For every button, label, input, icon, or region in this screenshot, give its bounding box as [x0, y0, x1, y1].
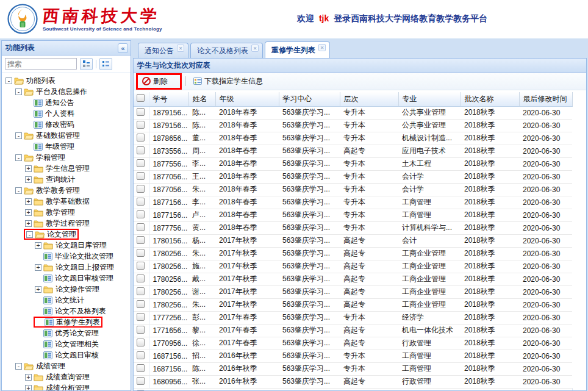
tree-node-label[interactable]: 论文统计	[55, 295, 84, 306]
select-all-checkbox[interactable]	[137, 94, 145, 102]
tree-node[interactable]: 论文统计	[2, 295, 131, 306]
table-row[interactable]: 1878656...董...2018年春季563肇庆学习...专升本机械设计制造…	[134, 132, 572, 145]
row-checkbox[interactable]	[137, 236, 145, 244]
tree-node[interactable]: -成绩管理	[2, 361, 131, 371]
row-checkbox[interactable]	[137, 121, 145, 129]
tree-node-label[interactable]: 平台及信息操作	[36, 87, 87, 97]
tree-expand-icon[interactable]: +	[35, 242, 41, 249]
tree-node-label[interactable]: 教学过程管理	[46, 218, 90, 229]
tree-node-label[interactable]: 功能列表	[26, 76, 56, 86]
column-header[interactable]: 最后修改时间	[519, 92, 572, 106]
tree-node-label[interactable]: 学生信息管理	[46, 163, 90, 174]
row-checkbox[interactable]	[137, 339, 145, 346]
table-row[interactable]: 1687156...陈...2016年秋季563肇庆学习...专升本工商管理20…	[134, 362, 572, 375]
tree-collapse-icon[interactable]: -	[15, 187, 22, 194]
tab-重修学生列表[interactable]: 重修学生列表✕	[265, 41, 330, 58]
table-row[interactable]: 1780256...施...2017年秋季563肇庆学习...高起专工商企业管理…	[134, 260, 572, 273]
tree-node-label[interactable]: 论文操作管理	[56, 284, 99, 295]
tree-node[interactable]: 论文管理相关	[2, 339, 131, 350]
row-checkbox[interactable]	[137, 300, 145, 308]
row-checkbox[interactable]	[137, 326, 145, 334]
tree-collapse-icon[interactable]: -	[26, 231, 33, 238]
row-checkbox[interactable]	[137, 249, 145, 257]
tree-node[interactable]: -基础数据管理	[2, 130, 131, 141]
tree-node[interactable]: 毕业论文批次管理	[2, 251, 131, 262]
row-checkbox[interactable]	[137, 223, 145, 231]
tree-collapse-icon[interactable]: -	[5, 77, 12, 84]
collapse-all-button[interactable]	[99, 58, 112, 70]
tab-close-icon[interactable]: ✕	[177, 45, 184, 52]
tree-node[interactable]: 修改密码	[2, 119, 131, 130]
column-header[interactable]: 学号	[149, 92, 188, 106]
row-checkbox[interactable]	[137, 262, 145, 270]
tree-node[interactable]: 个人资料	[2, 108, 131, 119]
sidebar-collapse-button[interactable]: «	[118, 43, 128, 53]
tree-collapse-icon[interactable]: -	[15, 363, 22, 370]
tree-node-label[interactable]: 基础数据管理	[36, 131, 80, 141]
tree-node[interactable]: -教学教务管理	[2, 185, 131, 196]
tree-node-label[interactable]: 教学管理	[46, 207, 75, 218]
tree-node[interactable]: -论文管理	[2, 229, 131, 240]
tree-node-label[interactable]: 论文管理相关	[55, 339, 99, 350]
tree-node-label[interactable]: 论文题目审核	[55, 350, 99, 361]
tree-collapse-icon[interactable]: -	[15, 88, 22, 95]
row-checkbox[interactable]	[137, 364, 145, 372]
tree-node[interactable]: +教学基础数据	[2, 196, 131, 207]
table-row[interactable]: 1780256...朱...2017年秋季563肇庆学习...高起专工商企业管理…	[134, 298, 572, 311]
tree-expand-icon[interactable]: +	[25, 385, 32, 391]
tree-node[interactable]: -功能列表	[2, 75, 131, 86]
tree-node[interactable]: +论文题目库管理	[2, 240, 131, 251]
tree-node-label[interactable]: 论文题目库管理	[56, 240, 107, 251]
table-row[interactable]: 1777256...彭...2017年春季563肇庆学习...专升本经济学201…	[134, 311, 572, 324]
table-row[interactable]: 1771656...黎...2017年春季563肇庆学习...高起专机电一体化技…	[134, 324, 572, 337]
tree-node-label[interactable]: 重修学生列表	[56, 317, 100, 328]
tree-node-label[interactable]: 修改密码	[45, 120, 74, 130]
row-checkbox[interactable]	[137, 198, 145, 206]
tree-node[interactable]: +成绩分析管理	[2, 382, 131, 391]
tree-node[interactable]: +成绩查询管理	[2, 371, 131, 382]
tree-node-label[interactable]: 教学基础数据	[46, 196, 90, 207]
tree-node[interactable]: -平台及信息操作	[2, 86, 131, 97]
row-checkbox[interactable]	[137, 351, 145, 359]
tree-node[interactable]: 通知公告	[2, 97, 131, 108]
search-input[interactable]	[5, 58, 77, 70]
tree-expand-icon[interactable]: +	[25, 176, 32, 183]
row-checkbox[interactable]	[137, 146, 145, 154]
tree-node-label[interactable]: 成绩分析管理	[46, 383, 90, 391]
tree-node[interactable]: 重修学生列表	[2, 317, 131, 328]
table-row[interactable]: 1879156...陈...2018年春季563肇庆学习...专升本公共事业管理…	[134, 106, 572, 119]
tree-node[interactable]: 论文不及格列表	[2, 306, 131, 317]
tree-node-label[interactable]: 成绩管理	[36, 361, 65, 371]
tree-collapse-icon[interactable]: -	[15, 132, 22, 139]
table-row[interactable]: 1877556...李...2018年春季563肇庆学习...专升本土木工程20…	[134, 157, 572, 170]
table-row[interactable]: 1780256...朱...2017年秋季563肇庆学习...高起专工商企业管理…	[134, 247, 572, 260]
tree-expand-icon[interactable]: +	[25, 209, 32, 216]
table-row[interactable]: 1770956...徐...2017年春季563肇庆学习...高起专行政管理20…	[134, 337, 572, 350]
tree-node[interactable]: +学生信息管理	[2, 163, 131, 174]
delete-button[interactable]: 删除	[138, 74, 171, 88]
tree-expand-icon[interactable]: +	[25, 220, 32, 227]
tree-node[interactable]: +教学管理	[2, 207, 131, 218]
tree-node[interactable]: +查询统计	[2, 174, 131, 185]
table-row[interactable]: 1780256...戴...2017年秋季563肇庆学习...高起专工商企业管理…	[134, 273, 572, 285]
tree-node[interactable]: +论文题目上报管理	[2, 262, 131, 273]
tree-node-label[interactable]: 个人资料	[45, 109, 74, 119]
row-checkbox[interactable]	[137, 159, 145, 167]
table-row[interactable]: 1877156...卢...2018年春季563肇庆学习...专升本工商管理20…	[134, 209, 572, 221]
column-header[interactable]: 专业	[398, 92, 461, 106]
tree-node-label[interactable]: 成绩查询管理	[46, 372, 90, 382]
column-header[interactable]: 批次名称	[461, 92, 519, 106]
row-checkbox[interactable]	[137, 377, 145, 385]
column-header[interactable]: 层次	[340, 92, 398, 106]
row-checkbox[interactable]	[137, 287, 145, 295]
table-row[interactable]: 1877756...黄...2018年春季563肇庆学习...专升本计算机科学与…	[134, 221, 572, 234]
tree-node[interactable]: 优秀论文管理	[2, 328, 131, 339]
tree-expand-icon[interactable]: +	[25, 374, 32, 381]
tree-node[interactable]: +论文操作管理	[2, 284, 131, 295]
tree-collapse-icon[interactable]: -	[15, 154, 22, 161]
table-row[interactable]: 1877056...朱...2018年春季563肇庆学习...专升本会计学201…	[134, 183, 572, 196]
row-checkbox[interactable]	[137, 210, 145, 218]
column-header[interactable]: 学习中心	[279, 92, 340, 106]
row-checkbox[interactable]	[137, 172, 145, 180]
column-header[interactable]: 年级	[215, 92, 279, 106]
